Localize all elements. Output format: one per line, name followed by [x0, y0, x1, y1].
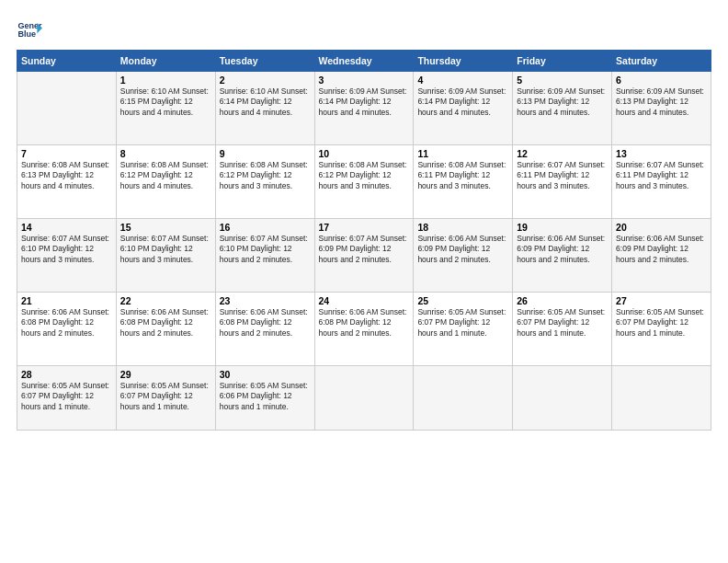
- calendar-cell: 17Sunrise: 6:07 AM Sunset: 6:09 PM Dayli…: [314, 219, 414, 293]
- day-number: 1: [120, 75, 211, 86]
- day-number: 9: [220, 148, 311, 159]
- day-number: 25: [417, 295, 508, 306]
- calendar-cell: 8Sunrise: 6:08 AM Sunset: 6:12 PM Daylig…: [116, 145, 215, 219]
- day-info: Sunrise: 6:07 AM Sunset: 6:10 PM Dayligh…: [120, 234, 211, 265]
- calendar-page: General Blue SundayMondayTuesdayWednesda…: [0, 0, 728, 563]
- day-number: 19: [517, 222, 608, 233]
- day-info: Sunrise: 6:05 AM Sunset: 6:07 PM Dayligh…: [21, 381, 112, 412]
- logo-icon: General Blue: [17, 17, 42, 42]
- day-number: 5: [517, 75, 608, 86]
- calendar-cell: 3Sunrise: 6:09 AM Sunset: 6:14 PM Daylig…: [314, 72, 414, 145]
- calendar-cell: 26Sunrise: 6:05 AM Sunset: 6:07 PM Dayli…: [513, 293, 612, 366]
- calendar-cell: 11Sunrise: 6:08 AM Sunset: 6:11 PM Dayli…: [414, 145, 513, 219]
- calendar-cell: 1Sunrise: 6:10 AM Sunset: 6:15 PM Daylig…: [116, 72, 215, 145]
- day-info: Sunrise: 6:08 AM Sunset: 6:12 PM Dayligh…: [120, 160, 211, 191]
- calendar-cell: 14Sunrise: 6:07 AM Sunset: 6:10 PM Dayli…: [17, 219, 117, 293]
- weekday-header: Sunday: [17, 51, 117, 72]
- weekday-header: Thursday: [414, 51, 513, 72]
- day-number: 10: [319, 148, 410, 159]
- day-number: 17: [319, 222, 410, 233]
- calendar-cell: 19Sunrise: 6:06 AM Sunset: 6:09 PM Dayli…: [513, 219, 612, 293]
- day-info: Sunrise: 6:10 AM Sunset: 6:15 PM Dayligh…: [120, 86, 211, 118]
- weekday-header: Wednesday: [314, 51, 414, 72]
- day-info: Sunrise: 6:08 AM Sunset: 6:11 PM Dayligh…: [417, 160, 508, 191]
- calendar-cell: [314, 366, 414, 431]
- svg-text:Blue: Blue: [17, 29, 36, 39]
- day-number: 21: [21, 295, 112, 306]
- calendar-cell: 21Sunrise: 6:06 AM Sunset: 6:08 PM Dayli…: [17, 293, 117, 366]
- weekday-header: Saturday: [612, 51, 711, 72]
- calendar-cell: [513, 366, 612, 431]
- calendar-cell: 2Sunrise: 6:10 AM Sunset: 6:14 PM Daylig…: [215, 72, 314, 145]
- calendar-cell: 5Sunrise: 6:09 AM Sunset: 6:13 PM Daylig…: [513, 72, 612, 145]
- day-info: Sunrise: 6:05 AM Sunset: 6:07 PM Dayligh…: [417, 307, 508, 339]
- day-info: Sunrise: 6:08 AM Sunset: 6:12 PM Dayligh…: [220, 160, 311, 191]
- day-number: 12: [517, 148, 608, 159]
- day-number: 22: [120, 295, 211, 306]
- calendar-cell: 22Sunrise: 6:06 AM Sunset: 6:08 PM Dayli…: [116, 293, 215, 366]
- weekday-header: Tuesday: [215, 51, 314, 72]
- day-info: Sunrise: 6:06 AM Sunset: 6:08 PM Dayligh…: [319, 307, 410, 339]
- calendar-cell: 23Sunrise: 6:06 AM Sunset: 6:08 PM Dayli…: [215, 293, 314, 366]
- day-info: Sunrise: 6:07 AM Sunset: 6:09 PM Dayligh…: [319, 234, 410, 265]
- day-info: Sunrise: 6:10 AM Sunset: 6:14 PM Dayligh…: [220, 86, 311, 118]
- calendar-cell: 7Sunrise: 6:08 AM Sunset: 6:13 PM Daylig…: [17, 145, 117, 219]
- day-number: 26: [517, 295, 608, 306]
- day-info: Sunrise: 6:09 AM Sunset: 6:13 PM Dayligh…: [517, 86, 608, 118]
- day-info: Sunrise: 6:09 AM Sunset: 6:13 PM Dayligh…: [616, 86, 707, 118]
- header: General Blue: [17, 17, 711, 42]
- day-info: Sunrise: 6:08 AM Sunset: 6:12 PM Dayligh…: [319, 160, 410, 191]
- day-info: Sunrise: 6:07 AM Sunset: 6:11 PM Dayligh…: [616, 160, 707, 191]
- calendar-cell: 30Sunrise: 6:05 AM Sunset: 6:06 PM Dayli…: [215, 366, 314, 431]
- day-number: 16: [220, 222, 311, 233]
- calendar-cell: 13Sunrise: 6:07 AM Sunset: 6:11 PM Dayli…: [612, 145, 711, 219]
- weekday-header: Friday: [513, 51, 612, 72]
- calendar-cell: 24Sunrise: 6:06 AM Sunset: 6:08 PM Dayli…: [314, 293, 414, 366]
- calendar-cell: [612, 366, 711, 431]
- day-info: Sunrise: 6:07 AM Sunset: 6:10 PM Dayligh…: [220, 234, 311, 265]
- day-number: 30: [220, 369, 311, 380]
- day-number: 3: [319, 75, 410, 86]
- day-info: Sunrise: 6:05 AM Sunset: 6:07 PM Dayligh…: [517, 307, 608, 339]
- day-info: Sunrise: 6:06 AM Sunset: 6:08 PM Dayligh…: [120, 307, 211, 339]
- day-number: 11: [417, 148, 508, 159]
- day-info: Sunrise: 6:09 AM Sunset: 6:14 PM Dayligh…: [319, 86, 410, 118]
- calendar-cell: 9Sunrise: 6:08 AM Sunset: 6:12 PM Daylig…: [215, 145, 314, 219]
- calendar-cell: 18Sunrise: 6:06 AM Sunset: 6:09 PM Dayli…: [414, 219, 513, 293]
- calendar-cell: [414, 366, 513, 431]
- day-number: 13: [616, 148, 707, 159]
- day-number: 23: [220, 295, 311, 306]
- calendar-cell: 20Sunrise: 6:06 AM Sunset: 6:09 PM Dayli…: [612, 219, 711, 293]
- day-info: Sunrise: 6:06 AM Sunset: 6:09 PM Dayligh…: [616, 234, 707, 265]
- day-number: 15: [120, 222, 211, 233]
- day-info: Sunrise: 6:06 AM Sunset: 6:08 PM Dayligh…: [21, 307, 112, 339]
- calendar-cell: 10Sunrise: 6:08 AM Sunset: 6:12 PM Dayli…: [314, 145, 414, 219]
- calendar-cell: 28Sunrise: 6:05 AM Sunset: 6:07 PM Dayli…: [17, 366, 117, 431]
- day-number: 27: [616, 295, 707, 306]
- calendar-cell: [17, 72, 117, 145]
- day-info: Sunrise: 6:06 AM Sunset: 6:09 PM Dayligh…: [417, 234, 508, 265]
- day-number: 8: [120, 148, 211, 159]
- calendar-cell: 29Sunrise: 6:05 AM Sunset: 6:07 PM Dayli…: [116, 366, 215, 431]
- calendar-cell: 15Sunrise: 6:07 AM Sunset: 6:10 PM Dayli…: [116, 219, 215, 293]
- day-info: Sunrise: 6:08 AM Sunset: 6:13 PM Dayligh…: [21, 160, 112, 191]
- calendar-cell: 4Sunrise: 6:09 AM Sunset: 6:14 PM Daylig…: [414, 72, 513, 145]
- day-number: 2: [220, 75, 311, 86]
- day-number: 18: [417, 222, 508, 233]
- day-number: 29: [120, 369, 211, 380]
- day-number: 4: [417, 75, 508, 86]
- calendar-cell: 12Sunrise: 6:07 AM Sunset: 6:11 PM Dayli…: [513, 145, 612, 219]
- calendar-cell: 25Sunrise: 6:05 AM Sunset: 6:07 PM Dayli…: [414, 293, 513, 366]
- day-number: 14: [21, 222, 112, 233]
- day-info: Sunrise: 6:05 AM Sunset: 6:06 PM Dayligh…: [220, 381, 311, 412]
- day-number: 28: [21, 369, 112, 380]
- calendar-cell: 27Sunrise: 6:05 AM Sunset: 6:07 PM Dayli…: [612, 293, 711, 366]
- day-info: Sunrise: 6:07 AM Sunset: 6:11 PM Dayligh…: [517, 160, 608, 191]
- day-info: Sunrise: 6:06 AM Sunset: 6:08 PM Dayligh…: [220, 307, 311, 339]
- day-number: 7: [21, 148, 112, 159]
- day-info: Sunrise: 6:07 AM Sunset: 6:10 PM Dayligh…: [21, 234, 112, 265]
- day-number: 20: [616, 222, 707, 233]
- day-info: Sunrise: 6:05 AM Sunset: 6:07 PM Dayligh…: [616, 307, 707, 339]
- logo: General Blue: [17, 17, 46, 42]
- day-info: Sunrise: 6:09 AM Sunset: 6:14 PM Dayligh…: [417, 86, 508, 118]
